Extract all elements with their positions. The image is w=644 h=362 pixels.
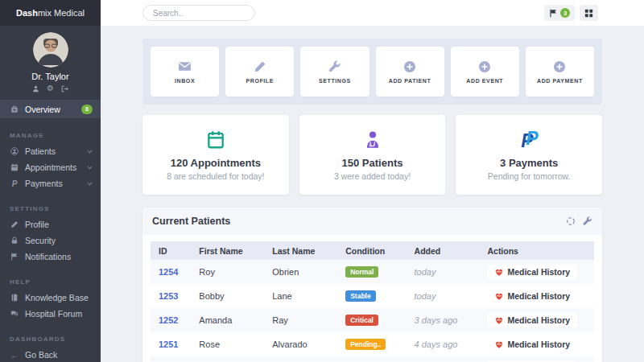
quick-action-label: Add Event xyxy=(466,78,503,84)
paypal-icon: P xyxy=(10,179,19,188)
heartbeat-icon xyxy=(494,315,504,325)
condition-badge: Stable xyxy=(345,290,376,302)
sidebar-item-label: Patients xyxy=(25,146,56,156)
patient-id-link[interactable]: 1254 xyxy=(159,267,178,277)
patient-added: today xyxy=(408,267,481,277)
sidebar-item-overview[interactable]: Overview 3 xyxy=(0,100,101,118)
stat-title: 150 Patients xyxy=(299,157,446,169)
refresh-icon[interactable] xyxy=(566,216,576,226)
lock-icon xyxy=(10,237,19,245)
block-title: Current Patients xyxy=(152,216,230,227)
flag-icon xyxy=(549,9,558,18)
chevron-down-icon xyxy=(87,166,93,170)
column-header-actions[interactable]: Actions xyxy=(481,246,594,256)
sidebar-item-label: Payments xyxy=(25,179,63,188)
gear-icon[interactable]: ⚙ xyxy=(47,84,54,93)
appointments-stat-card[interactable]: 120 Appointments 8 are scheduled for tod… xyxy=(142,115,289,195)
column-header-last-name[interactable]: Last Name xyxy=(266,246,339,256)
flag-icon xyxy=(10,253,19,261)
patients-stat-card[interactable]: 150 Patients 3 were added today! xyxy=(299,115,446,195)
sidebar-item-label: Knowledge Base xyxy=(25,293,89,302)
patient-added: 4 days ago xyxy=(408,339,481,349)
patient-added: 3 days ago xyxy=(408,315,481,325)
patient-last-name: Ray xyxy=(266,315,339,325)
current-patients-block: Current Patients ID First Name Last Name… xyxy=(142,208,602,362)
paypal-icon: PP xyxy=(456,129,602,151)
stats-row: 120 Appointments 8 are scheduled for tod… xyxy=(142,115,602,195)
section-title-manage: Manage xyxy=(0,125,101,143)
column-header-id[interactable]: ID xyxy=(151,246,192,256)
sidebar-item-label: Security xyxy=(25,236,56,245)
sidebar-item-notifications[interactable]: Notifications xyxy=(0,249,101,265)
search-input[interactable] xyxy=(142,5,255,21)
add-event-button[interactable]: Add Event xyxy=(451,47,519,97)
heartbeat-icon xyxy=(494,267,504,277)
avatar[interactable] xyxy=(33,32,68,68)
sidebar-item-hospital-forum[interactable]: Hospital Forum xyxy=(0,306,101,322)
heartbeat-icon xyxy=(494,339,504,349)
stat-subtitle: 3 were added today! xyxy=(299,171,446,181)
patient-first-name: Rose xyxy=(192,339,266,349)
table-row: 1252 Amanda Ray Critical 3 days ago Medi… xyxy=(151,308,594,332)
sidebar-item-label: Go Back xyxy=(25,350,57,360)
patient-last-name: Lane xyxy=(266,291,339,301)
chevron-down-icon xyxy=(87,182,93,186)
medical-history-button[interactable]: Medical History xyxy=(487,265,577,279)
table-row: 1253 Bobby Lane Stable today Medical His… xyxy=(151,284,594,308)
section-title-settings: Settings xyxy=(0,199,101,216)
sidebar-item-appointments[interactable]: Appointments xyxy=(0,159,101,175)
medical-history-button[interactable]: Medical History xyxy=(487,337,577,352)
sidebar-item-knowledge-base[interactable]: Knowledge Base xyxy=(0,290,101,306)
sidebar-item-go-back[interactable]: ← Go Back xyxy=(0,347,101,362)
column-header-added[interactable]: Added xyxy=(408,246,481,256)
sidebar-item-patients[interactable]: Patients xyxy=(0,143,101,159)
plus-circle-icon xyxy=(553,60,566,73)
profile-button[interactable]: Profile xyxy=(225,47,294,97)
chevron-down-icon xyxy=(87,150,93,154)
user-profile-icon[interactable] xyxy=(32,85,39,93)
quick-action-label: Settings xyxy=(319,78,351,84)
grid-icon xyxy=(584,9,593,18)
settings-button[interactable]: Settings xyxy=(300,47,369,97)
overview-badge: 3 xyxy=(81,105,93,114)
brand-bold: Dash xyxy=(16,8,38,18)
sidebar-item-payments[interactable]: P Payments xyxy=(0,175,101,191)
patient-first-name: Bobby xyxy=(192,291,266,301)
sidebar-item-label: Hospital Forum xyxy=(25,309,82,319)
brand-rest: mix Medical xyxy=(38,8,85,18)
sidebar-item-profile[interactable]: Profile xyxy=(0,216,101,232)
sign-out-icon[interactable] xyxy=(61,85,68,93)
book-icon xyxy=(10,294,19,302)
heartbeat-icon xyxy=(494,291,504,301)
user-name[interactable]: Dr. Taylor xyxy=(0,72,101,81)
wrench-icon xyxy=(328,60,341,73)
notifications-button[interactable]: 3 xyxy=(544,5,575,21)
medical-history-button[interactable]: Medical History xyxy=(487,313,577,327)
sidebar-item-security[interactable]: Security xyxy=(0,232,101,249)
condition-badge: Critical xyxy=(345,315,378,326)
stat-title: 3 Payments xyxy=(456,157,602,169)
column-header-first-name[interactable]: First Name xyxy=(192,246,266,256)
patient-added: today xyxy=(408,291,481,301)
add-payment-button[interactable]: Add Payment xyxy=(526,47,594,97)
condition-badge: Normal xyxy=(345,266,378,278)
quick-actions-strip: Inbox Profile Settings Add Patient xyxy=(142,39,602,105)
add-patient-button[interactable]: Add Patient xyxy=(376,47,444,97)
patient-id-link[interactable]: 1253 xyxy=(159,291,178,301)
medical-history-button[interactable]: Medical History xyxy=(487,289,577,303)
quick-action-label: Add Patient xyxy=(389,78,431,84)
quick-action-label: Inbox xyxy=(175,78,195,84)
payments-stat-card[interactable]: PP 3 Payments Pending for tomorrow. xyxy=(456,115,602,195)
calendar-icon xyxy=(142,129,289,151)
wrench-icon[interactable] xyxy=(583,216,592,226)
main-content: Inbox Profile Settings Add Patient xyxy=(101,26,644,362)
apps-grid-button[interactable] xyxy=(580,5,598,21)
inbox-button[interactable]: Inbox xyxy=(151,47,219,97)
sidebar-item-label: Appointments xyxy=(25,162,76,172)
envelope-icon xyxy=(178,60,192,73)
column-header-condition[interactable]: Condition xyxy=(339,246,407,256)
patient-id-link[interactable]: 1251 xyxy=(159,339,178,349)
brand[interactable]: Dashmix Medical xyxy=(0,0,101,26)
table-header-row: ID First Name Last Name Condition Added … xyxy=(151,241,594,260)
patient-id-link[interactable]: 1252 xyxy=(159,315,178,325)
